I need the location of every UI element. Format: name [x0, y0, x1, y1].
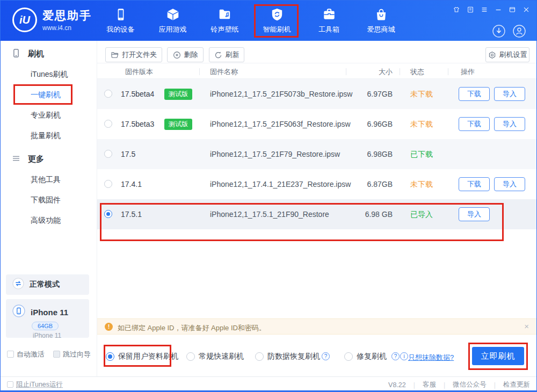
skip-setup-checkbox[interactable]: 跳过向导	[53, 350, 91, 359]
info-icon[interactable]: i	[400, 352, 408, 360]
flash-now-button[interactable]: 立即刷机	[472, 347, 524, 365]
sidebar-item-other-tools[interactable]: 其他工具	[1, 170, 97, 190]
footer-link[interactable]: 客服	[423, 380, 436, 389]
menu-icon[interactable]	[481, 6, 488, 13]
nav-item-toolbox[interactable]: 工具箱	[303, 1, 355, 41]
maximize-icon[interactable]	[509, 6, 516, 13]
beta-badge: 测试版	[164, 89, 192, 100]
row-radio-button[interactable]	[104, 210, 112, 218]
open-folder-button[interactable]: 打开文件夹	[105, 47, 162, 62]
block-itunes-checkbox[interactable]: 阻止iTunes运行	[7, 380, 63, 389]
radio-button[interactable]	[344, 352, 353, 361]
download-button[interactable]: 下载	[459, 117, 490, 131]
firmware-version: 17.4.1	[121, 180, 142, 188]
sidebar-item-advanced-features[interactable]: 高级功能	[1, 210, 97, 231]
flash-option-label: 保留用户资料刷机	[118, 352, 178, 361]
notice-close-icon[interactable]: ×	[524, 322, 529, 331]
sidebar-section-flash[interactable]: 刷机	[1, 43, 97, 64]
row-actions: 下载导入	[459, 117, 525, 131]
firmware-status: 未下载	[410, 180, 433, 190]
download-button[interactable]: 下载	[459, 177, 490, 191]
window-bottom-edge	[1, 390, 536, 391]
sidebar-item-label: 高级功能	[31, 216, 61, 226]
nav-item-i4-store[interactable]: 爱思商城	[355, 1, 407, 41]
close-icon[interactable]	[523, 6, 530, 13]
nav-item-label: 应用游戏	[159, 25, 187, 34]
firmware-name: iPhone12,1_17.5_21F5073b_Restore.ipsw	[210, 90, 352, 98]
device-mode-panel[interactable]: 正常模式	[6, 274, 89, 295]
main-nav: 我的设备 应用游戏 铃声壁纸 智能刷机 工具箱 爱思商城	[95, 1, 407, 41]
warning-icon: !	[105, 323, 113, 331]
firmware-row[interactable]: 17.5beta4 测试版 iPhone12,1_17.5_21F5073b_R…	[97, 79, 537, 109]
footer-link[interactable]: 检查更新	[503, 380, 530, 389]
nav-item-label: 铃声壁纸	[211, 25, 239, 34]
device-phone-icon	[12, 304, 25, 320]
sidebar-item-label: 专业刷机	[31, 111, 61, 120]
sidebar-item-label: 其他工具	[31, 175, 61, 185]
row-radio-button[interactable]	[104, 120, 112, 128]
user-account-icon[interactable]	[512, 24, 526, 38]
radio-button[interactable]	[106, 352, 114, 361]
nav-item-label: 爱思商城	[367, 25, 395, 34]
checkbox-icon[interactable]	[7, 351, 14, 358]
download-manager-icon[interactable]	[492, 24, 506, 38]
sidebar-section-more[interactable]: 更多	[1, 148, 97, 170]
checkbox-icon[interactable]	[53, 351, 60, 358]
row-radio-button[interactable]	[104, 150, 112, 158]
flash-option-keep-user-data-flash[interactable]: 保留用户资料刷机	[106, 352, 178, 361]
checkbox-icon[interactable]	[7, 381, 13, 388]
refresh-button[interactable]: 刷新	[209, 47, 244, 62]
row-actions: 下载导入	[459, 87, 525, 101]
sidebar-item-download-firmware[interactable]: 下载固件	[1, 190, 97, 210]
flash-option-repair-flash[interactable]: 修复刷机	[344, 352, 387, 361]
firmware-list: 17.5beta4 测试版 iPhone12,1_17.5_21F5073b_R…	[97, 79, 537, 229]
feedback-icon[interactable]	[467, 6, 474, 13]
firmware-row[interactable]: 17.5 iPhone12,1_17.5_21F79_Restore.ipsw …	[97, 139, 537, 169]
minimize-icon[interactable]	[495, 6, 502, 13]
radio-button[interactable]	[255, 352, 264, 361]
auto-activate-checkbox[interactable]: 自动激活	[7, 350, 45, 359]
import-button[interactable]: 导入	[459, 207, 490, 221]
radio-button[interactable]	[186, 352, 195, 361]
flash-option-normal-quick-flash[interactable]: 常规快速刷机	[186, 352, 244, 361]
import-button[interactable]: 导入	[494, 87, 525, 101]
nav-item-ringtones-wallpapers[interactable]: 铃声壁纸	[199, 1, 251, 41]
help-icon[interactable]: ?	[391, 352, 400, 360]
nav-item-my-devices[interactable]: 我的设备	[95, 1, 147, 41]
firmware-row[interactable]: 17.5.1 iPhone12,1_17.5.1_21F90_Restore 6…	[97, 199, 537, 229]
flash-option-anti-data-recovery-flash[interactable]: 防数据恢复刷机	[255, 352, 320, 361]
row-radio-button[interactable]	[104, 90, 112, 98]
sidebar-item-batch-flash[interactable]: 批量刷机	[1, 126, 97, 146]
footer-link[interactable]: 微信公众号	[453, 380, 487, 389]
delete-button[interactable]: 删除	[167, 47, 204, 62]
firmware-name: iPhone12,1_17.5.1_21F90_Restore	[210, 210, 329, 219]
sidebar-item-itunes-flash[interactable]: iTunes刷机	[1, 64, 97, 85]
device-capacity-badge: 64GB	[32, 322, 59, 330]
firmware-row[interactable]: 17.4.1 iPhone12,1_17.4.1_21E237_Restore.…	[97, 169, 537, 199]
sidebar-item-label: 一键刷机	[31, 90, 61, 100]
import-button[interactable]: 导入	[494, 177, 525, 191]
firmware-version: 17.5.1	[121, 210, 142, 219]
delete-label: 删除	[184, 50, 198, 60]
nav-item-smart-flash[interactable]: 智能刷机	[251, 1, 303, 41]
column-divider	[400, 68, 400, 75]
import-button[interactable]: 导入	[494, 117, 525, 131]
firmware-size: 6.97GB	[350, 90, 393, 98]
row-radio-button[interactable]	[104, 180, 112, 188]
device-name: iPhone 11	[31, 308, 68, 317]
col-status: 状态	[410, 67, 424, 77]
flash-option-label: 防数据恢复刷机	[267, 352, 320, 361]
nav-item-apps-games[interactable]: 应用游戏	[147, 1, 199, 41]
shield-refresh-icon	[270, 7, 284, 22]
erase-data-link[interactable]: 只想抹除数据?	[408, 353, 454, 362]
download-button[interactable]: 下载	[459, 87, 490, 101]
app-window: iU 爱思助手 www.i4.cn 我的设备 应用游戏 铃声壁纸 智能刷机 工具…	[0, 0, 537, 392]
flash-settings-button[interactable]: 刷机设置	[485, 47, 529, 62]
app-version: V8.22	[388, 381, 406, 389]
sidebar-item-one-click-flash[interactable]: 一键刷机	[1, 85, 97, 105]
sidebar-item-pro-flash[interactable]: 专业刷机	[1, 105, 97, 126]
help-icon[interactable]: ?	[322, 352, 330, 360]
skin-icon[interactable]	[453, 6, 460, 13]
shop-bag-icon	[374, 7, 388, 22]
firmware-row[interactable]: 17.5beta3 测试版 iPhone12,1_17.5_21F5063f_R…	[97, 109, 537, 139]
